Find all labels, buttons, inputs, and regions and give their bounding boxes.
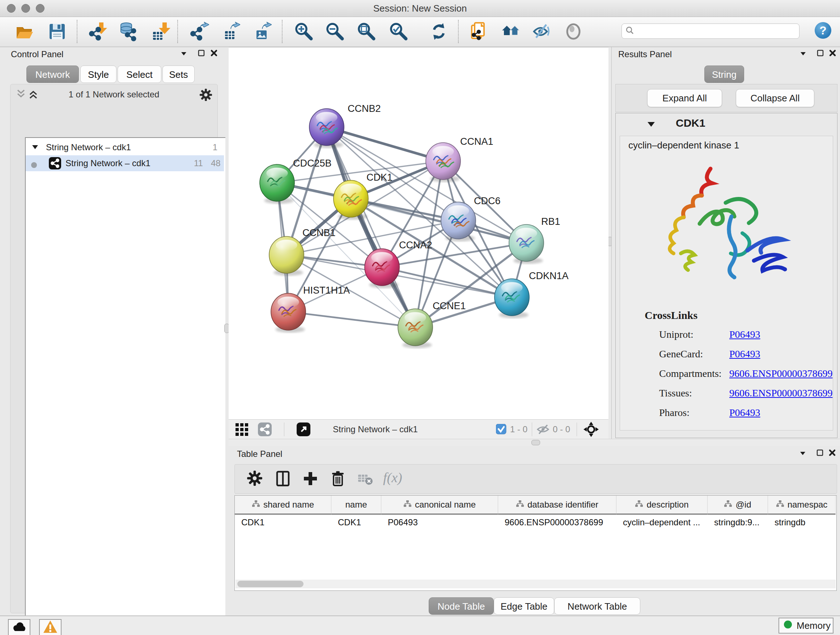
- crosslink-value-link[interactable]: P06493: [729, 407, 760, 418]
- import-string-file-icon[interactable]: [469, 22, 488, 41]
- detach-view-icon[interactable]: [297, 423, 310, 438]
- crosslink-value-link[interactable]: 9606.ENSP00000378699: [729, 387, 832, 399]
- help-button[interactable]: ?: [815, 22, 831, 39]
- tab-style[interactable]: Style: [80, 65, 117, 83]
- network-node-CDC25B[interactable]: [260, 165, 294, 204]
- network-node-CCNA1[interactable]: [426, 143, 461, 182]
- tab-sets[interactable]: Sets: [163, 65, 195, 83]
- network-edge[interactable]: [327, 127, 443, 161]
- table-hscrollbar[interactable]: [235, 580, 836, 588]
- expand-all-button[interactable]: Expand All: [647, 89, 722, 107]
- network-node-CDC6[interactable]: [441, 202, 476, 241]
- table-settings-gear-icon[interactable]: [247, 470, 264, 488]
- window-minimize-button[interactable]: [21, 4, 30, 13]
- network-overview-icon[interactable]: [501, 22, 521, 41]
- hide-graphics-details-icon[interactable]: [532, 22, 551, 41]
- table-cell[interactable]: CDK1: [338, 515, 380, 530]
- export-network-icon[interactable]: [189, 22, 209, 41]
- collection-expand-icon[interactable]: [32, 143, 39, 153]
- column-header-canonical-name[interactable]: canonical name: [381, 496, 498, 515]
- tab-edge-table[interactable]: Edge Table: [494, 597, 554, 615]
- network-canvas[interactable]: CCNB2CCNA1CDC25BCDK1CDC6RB1CCNB1CCNA2CDK…: [229, 47, 608, 420]
- memory-button[interactable]: Memory: [778, 618, 834, 633]
- panel-close-icon[interactable]: [829, 49, 838, 59]
- table-cell[interactable]: CDK1: [241, 515, 330, 530]
- panel-close-icon[interactable]: [829, 449, 838, 458]
- network-node-CDKN1A[interactable]: [494, 279, 529, 318]
- tab-network-table[interactable]: Network Table: [554, 597, 640, 615]
- warning-status-button[interactable]: [39, 619, 62, 635]
- selected-checkbox-icon[interactable]: [496, 424, 507, 436]
- network-node-CCNB2[interactable]: [309, 109, 344, 148]
- export-image-icon[interactable]: [252, 22, 272, 41]
- panel-float-icon[interactable]: [816, 449, 826, 458]
- crosslink-value-link[interactable]: P06493: [729, 329, 760, 340]
- status-bar: Memory: [0, 616, 840, 635]
- column-header-shared-name[interactable]: shared name: [235, 496, 332, 515]
- column-header-database-identifier[interactable]: database identifier: [498, 496, 616, 515]
- network-edge[interactable]: [327, 127, 415, 327]
- window-zoom-button[interactable]: [36, 4, 44, 13]
- panel-float-icon[interactable]: [197, 49, 207, 59]
- import-table-from-file-icon[interactable]: [152, 22, 171, 41]
- panel-close-icon[interactable]: [210, 49, 219, 59]
- show-columns-icon[interactable]: [275, 470, 292, 488]
- tab-string[interactable]: String: [704, 65, 744, 83]
- network-collection-row[interactable]: String Network – cdk1 1: [26, 139, 224, 155]
- panel-float-icon[interactable]: [816, 49, 826, 59]
- network-options-gear-icon[interactable]: [199, 88, 213, 103]
- table-hscrollbar-thumb[interactable]: [237, 581, 303, 587]
- section-collapse-icon[interactable]: [647, 120, 656, 130]
- panel-menu-icon[interactable]: [180, 49, 189, 59]
- network-node-RB1[interactable]: [509, 225, 544, 264]
- column-header--id[interactable]: @id: [707, 496, 768, 515]
- horizontal-splitter[interactable]: [229, 439, 840, 447]
- column-header-name[interactable]: name: [332, 496, 381, 515]
- hidden-eye-icon[interactable]: [536, 424, 550, 436]
- zoom-in-icon[interactable]: [294, 22, 314, 41]
- column-header-description[interactable]: description: [616, 496, 707, 515]
- tab-select[interactable]: Select: [118, 65, 161, 83]
- crosslink-value-link[interactable]: 9606.ENSP00000378699: [729, 368, 832, 379]
- delete-column-icon[interactable]: [330, 470, 347, 488]
- network-node-CCNB1[interactable]: [269, 236, 304, 276]
- refresh-view-icon[interactable]: [429, 22, 448, 41]
- toolbar-separator: [282, 20, 283, 43]
- collapse-all-button[interactable]: Collapse All: [736, 89, 814, 107]
- import-network-from-file-icon[interactable]: [88, 22, 108, 41]
- import-network-from-database-icon[interactable]: [118, 22, 138, 41]
- network-share-view-icon[interactable]: [258, 423, 272, 438]
- fit-selection-crosshair-icon[interactable]: [583, 421, 599, 439]
- tab-network[interactable]: Network: [27, 65, 79, 83]
- zoom-out-icon[interactable]: [325, 22, 345, 41]
- cloud-status-button[interactable]: [8, 619, 30, 635]
- network-row-selected[interactable]: String Network – cdk1 11 48: [26, 155, 224, 171]
- network-node-CDK1[interactable]: [333, 180, 368, 220]
- tab-node-table[interactable]: Node Table: [429, 597, 494, 615]
- network-edge[interactable]: [288, 312, 415, 327]
- network-selected-status: 1 of 1 Network selected: [11, 89, 218, 100]
- column-header-namespac[interactable]: namespac: [768, 496, 836, 515]
- table-cell[interactable]: P06493: [388, 515, 497, 530]
- zoom-fit-icon[interactable]: [357, 22, 376, 41]
- grid-view-icon[interactable]: [235, 423, 248, 438]
- panel-menu-icon[interactable]: [799, 449, 808, 458]
- network-edge[interactable]: [382, 267, 512, 297]
- network-node-CCNE1[interactable]: [398, 309, 433, 348]
- network-node-HIST1H1A[interactable]: [271, 293, 306, 333]
- crosslink-value-link[interactable]: P06493: [729, 348, 760, 360]
- table-cell[interactable]: 9606.ENSP00000378699: [505, 515, 615, 530]
- window-close-button[interactable]: [7, 4, 16, 13]
- panel-menu-icon[interactable]: [799, 49, 808, 59]
- horizontal-splitter-handle[interactable]: [531, 440, 540, 445]
- save-session-icon[interactable]: [47, 22, 67, 41]
- add-column-icon[interactable]: [302, 470, 319, 488]
- show-graphics-details-icon[interactable]: [564, 22, 584, 41]
- table-cell[interactable]: cyclin–dependent ...: [623, 515, 706, 530]
- open-session-icon[interactable]: [15, 22, 34, 41]
- table-cell[interactable]: stringdb:9...: [714, 515, 767, 530]
- table-cell[interactable]: stringdb: [775, 515, 834, 530]
- search-input[interactable]: [637, 26, 799, 36]
- export-table-icon[interactable]: [221, 22, 240, 41]
- zoom-selected-icon[interactable]: [389, 22, 409, 41]
